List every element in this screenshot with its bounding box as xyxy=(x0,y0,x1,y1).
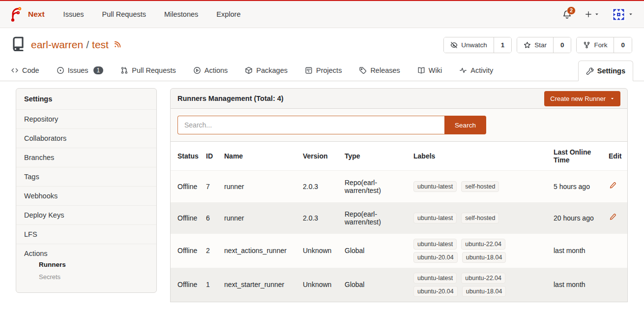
tab-label: Releases xyxy=(370,66,400,74)
cell-version: Unknown xyxy=(299,268,341,302)
column-header-type: Type xyxy=(341,142,410,171)
sidebar-subitem-secrets[interactable]: Secrets xyxy=(24,271,148,283)
repo-header: earl-warren / test Unwatch1Star0Fork0 xyxy=(0,28,644,58)
nav-link-pull-requests[interactable]: Pull Requests xyxy=(102,10,146,18)
rss-icon[interactable] xyxy=(112,39,121,51)
unwatch-count[interactable]: 1 xyxy=(494,37,512,53)
unwatch-button[interactable]: Unwatch xyxy=(444,37,494,53)
create-new-runner-label: Create new Runner xyxy=(550,95,606,102)
sidebar-item-webhooks[interactable]: Webhooks xyxy=(16,186,156,205)
repo-owner-link[interactable]: earl-warren xyxy=(31,39,83,51)
fork-button[interactable]: Fork xyxy=(577,37,614,53)
plus-icon xyxy=(585,10,592,18)
cell-status: Offline xyxy=(171,202,202,234)
runner-labels: ubuntu-latestself-hosted xyxy=(413,181,509,192)
sidebar-item-label: Webhooks xyxy=(24,192,58,200)
sidebar-item-lfs[interactable]: LFS xyxy=(16,224,156,244)
cell-edit xyxy=(605,268,627,302)
edit-runner-button[interactable] xyxy=(609,213,616,221)
cell-labels: ubuntu-latestubuntu-22.04ubuntu-20.04ubu… xyxy=(410,268,550,302)
nav-link-issues[interactable]: Issues xyxy=(63,10,84,18)
table-header-row: StatusIDNameVersionTypeLabelsLast Online… xyxy=(171,142,627,171)
sidebar-item-repository[interactable]: Repository xyxy=(16,109,156,128)
runner-label-badge: ubuntu-latest xyxy=(413,181,457,192)
fork-count[interactable]: 0 xyxy=(614,37,632,53)
tab-pull-requests[interactable]: Pull Requests xyxy=(120,60,176,81)
eye-slash-icon xyxy=(450,41,458,49)
cell-edit xyxy=(605,171,627,202)
column-header-edit: Edit xyxy=(605,142,627,171)
tab-label: Projects xyxy=(316,66,342,74)
star-button[interactable]: Star xyxy=(517,37,553,53)
repo-name-link[interactable]: test xyxy=(92,39,109,51)
runner-labels: ubuntu-latestubuntu-22.04ubuntu-20.04ubu… xyxy=(413,273,509,297)
sidebar-item-actions[interactable]: ActionsRunnersSecrets xyxy=(16,244,156,292)
tab-label: Pull Requests xyxy=(132,66,176,74)
pull-request-icon xyxy=(120,66,128,74)
sidebar-item-label: Branches xyxy=(24,154,54,161)
nav-link-milestones[interactable]: Milestones xyxy=(164,10,198,18)
column-header-id: ID xyxy=(202,142,220,171)
sidebar-subitem-runners[interactable]: Runners xyxy=(24,258,148,271)
tab-label: Actions xyxy=(205,66,228,74)
sidebar-item-label: Deploy Keys xyxy=(24,211,64,219)
notifications-button[interactable]: 2 xyxy=(562,10,572,19)
sidebar-item-tags[interactable]: Tags xyxy=(16,167,156,186)
unwatch-label: Unwatch xyxy=(461,41,487,49)
edit-runner-button[interactable] xyxy=(609,182,616,190)
star-icon xyxy=(524,41,531,49)
search-input[interactable] xyxy=(177,116,444,134)
tab-wiki[interactable]: Wiki xyxy=(417,60,442,81)
sidebar-item-branches[interactable]: Branches xyxy=(16,148,156,167)
activity-icon xyxy=(459,66,467,74)
search-button[interactable]: Search xyxy=(444,116,486,134)
content: Settings RepositoryCollaboratorsBranches… xyxy=(0,81,644,302)
tag-icon xyxy=(359,66,367,74)
tab-packages[interactable]: Packages xyxy=(245,60,288,81)
sidebar-item-label: Tags xyxy=(24,173,39,181)
sidebar-item-deploy-keys[interactable]: Deploy Keys xyxy=(16,205,156,224)
cell-status: Offline xyxy=(171,171,202,202)
column-header-name: Name xyxy=(220,142,299,171)
issue-icon xyxy=(57,66,64,74)
cell-name: next_starter_runner xyxy=(220,268,299,302)
cell-labels: ubuntu-latestself-hosted xyxy=(410,202,550,234)
cell-version: 2.0.3 xyxy=(299,171,341,202)
chevron-down-icon xyxy=(594,10,599,19)
tab-projects[interactable]: Projects xyxy=(305,60,342,81)
forgejo-logo-icon[interactable] xyxy=(9,7,24,22)
tab-settings[interactable]: Settings xyxy=(578,61,633,81)
brand-link[interactable]: Next xyxy=(28,10,45,19)
column-header-labels: Labels xyxy=(410,142,550,171)
cell-name: runner xyxy=(220,202,299,234)
nav-link-explore[interactable]: Explore xyxy=(216,10,240,18)
runners-table-wrap: StatusIDNameVersionTypeLabelsLast Online… xyxy=(170,142,628,302)
runner-label-badge: ubuntu-latest xyxy=(413,213,457,223)
issues-count-badge: 1 xyxy=(93,66,104,74)
pencil-icon xyxy=(609,182,616,190)
cell-version: 2.0.3 xyxy=(299,202,341,234)
cell-id: 7 xyxy=(202,171,220,202)
notification-count-badge: 2 xyxy=(567,6,576,15)
user-menu-button[interactable] xyxy=(612,8,633,21)
create-menu-button[interactable] xyxy=(585,10,599,19)
tab-activity[interactable]: Activity xyxy=(459,60,493,81)
tab-releases[interactable]: Releases xyxy=(359,60,400,81)
star-count[interactable]: 0 xyxy=(553,37,571,53)
runners-table: StatusIDNameVersionTypeLabelsLast Online… xyxy=(171,142,627,302)
tab-issues[interactable]: Issues1 xyxy=(57,60,104,81)
cell-last-online-time: last month xyxy=(550,234,605,268)
repo-actions: Unwatch1Star0Fork0 xyxy=(443,37,632,53)
cell-name: next_actions_runner xyxy=(220,234,299,268)
table-row: Offline1next_starter_runnerUnknownGlobal… xyxy=(171,268,627,302)
runner-label-badge: self-hosted xyxy=(461,213,499,223)
tab-actions[interactable]: Actions xyxy=(193,60,228,81)
tab-code[interactable]: Code xyxy=(11,60,39,81)
avatar xyxy=(612,8,625,21)
table-row: Offline7runner2.0.3Repo(earl-warren/test… xyxy=(171,171,627,202)
create-new-runner-button[interactable]: Create new Runner xyxy=(544,91,620,106)
runner-label-badge: ubuntu-22.04 xyxy=(461,273,505,284)
sidebar-item-collaborators[interactable]: Collaborators xyxy=(16,128,156,148)
sidebar-item-label: Repository xyxy=(24,115,58,123)
page-title: Runners Management (Total: 4) xyxy=(177,95,284,102)
